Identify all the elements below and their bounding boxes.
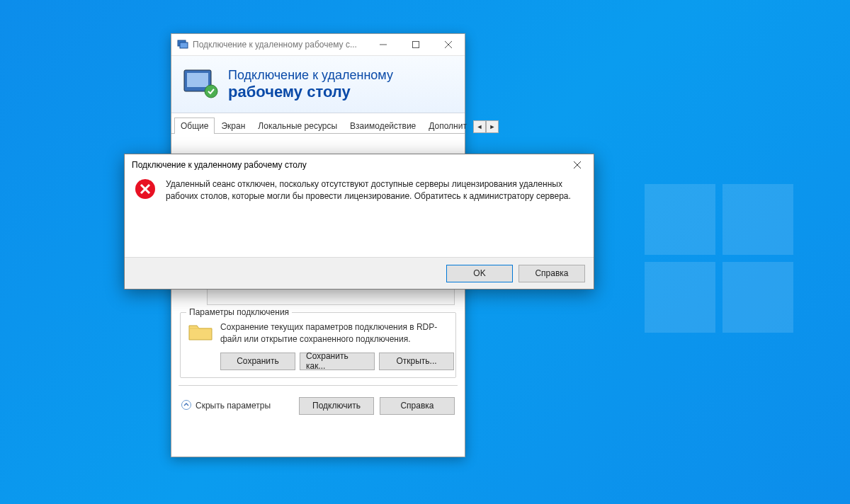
titlebar[interactable]: Подключение к удаленному рабочему с...	[171, 34, 465, 56]
tab-screen[interactable]: Экран	[215, 118, 251, 134]
hide-options-label: Скрыть параметры	[196, 401, 271, 411]
header-banner: Подключение к удаленному рабочему столу	[171, 56, 465, 113]
rdp-banner-icon	[181, 67, 221, 101]
group-text: Сохранение текущих параметров подключени…	[220, 321, 448, 345]
save-as-button[interactable]: Сохранить как...	[300, 353, 375, 370]
banner-line1: Подключение к удаленному	[228, 68, 393, 83]
svg-rect-7	[187, 73, 208, 87]
open-button[interactable]: Открыть...	[379, 353, 454, 370]
svg-rect-1	[180, 42, 188, 48]
help-button[interactable]: Справка	[380, 397, 455, 415]
svg-point-8	[205, 85, 217, 98]
tab-experience[interactable]: Взаимодействие	[344, 118, 422, 134]
group-legend: Параметры подключения	[186, 307, 292, 317]
connect-button[interactable]: Подключить	[299, 397, 374, 415]
banner-line2: рабочему столу	[228, 83, 393, 101]
connection-settings-group: Параметры подключения Сохранение текущих…	[180, 312, 456, 378]
hide-options-toggle[interactable]: Скрыть параметры	[181, 400, 271, 412]
svg-point-9	[182, 400, 191, 409]
tab-scroll-right[interactable]: ►	[486, 120, 499, 133]
chevron-up-icon	[181, 400, 191, 412]
svg-rect-3	[413, 42, 419, 48]
error-dialog: Подключение к удаленному рабочему столу …	[124, 154, 594, 290]
dialog-button-bar: OK Справка	[125, 257, 594, 289]
error-icon	[135, 178, 156, 200]
minimize-button[interactable]	[367, 34, 400, 55]
folder-icon	[188, 321, 213, 343]
tab-general[interactable]: Общие	[174, 118, 215, 134]
windows-logo	[645, 184, 793, 333]
dialog-help-button[interactable]: Справка	[518, 265, 585, 282]
dialog-message: Удаленный сеанс отключен, поскольку отсу…	[166, 178, 584, 203]
window-footer: Скрыть параметры Подключить Справка	[178, 393, 458, 419]
rdp-app-icon	[177, 39, 188, 50]
tab-advanced[interactable]: Дополнит	[422, 118, 473, 134]
tab-scroll-left[interactable]: ◄	[473, 120, 486, 133]
dialog-ok-button[interactable]: OK	[446, 265, 513, 282]
save-button[interactable]: Сохранить	[220, 353, 295, 370]
dialog-title: Подключение к удаленному рабочему столу	[125, 154, 594, 176]
dialog-close-button[interactable]	[561, 154, 594, 176]
close-button[interactable]	[432, 34, 465, 55]
window-title: Подключение к удаленному рабочему с...	[193, 40, 367, 50]
tab-local-resources[interactable]: Локальные ресурсы	[251, 118, 344, 134]
maximize-button[interactable]	[400, 34, 432, 55]
tab-strip: Общие Экран Локальные ресурсы Взаимодейс…	[171, 113, 465, 134]
separator	[178, 385, 458, 386]
